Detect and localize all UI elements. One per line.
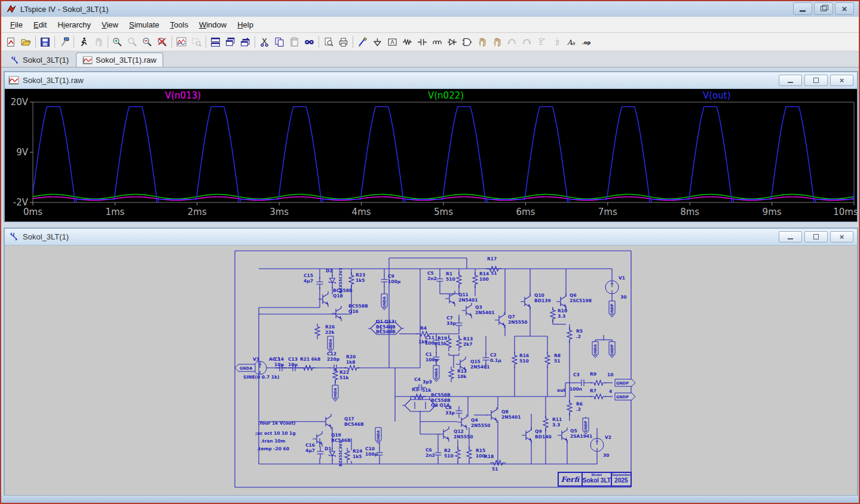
place-ground-icon xyxy=(372,37,382,47)
svg-text:33p: 33p xyxy=(445,410,455,416)
wave-maximize-button[interactable] xyxy=(804,75,828,86)
svg-text:1k5: 1k5 xyxy=(356,278,365,283)
save-button[interactable] xyxy=(38,35,53,49)
find-button[interactable] xyxy=(302,35,317,49)
run-simulation-button[interactable] xyxy=(76,35,91,49)
svg-text:2SA1941: 2SA1941 xyxy=(570,434,592,439)
svg-text:BZX55C3V3: BZX55C3V3 xyxy=(338,441,343,466)
svg-text:4µ7: 4µ7 xyxy=(304,278,313,284)
close-button[interactable]: × xyxy=(835,2,854,15)
svg-text:GNDA: GNDA xyxy=(593,344,597,356)
place-capacitor-button[interactable] xyxy=(415,35,430,49)
menu-tools[interactable]: Tools xyxy=(165,18,194,32)
rotate-icon: E xyxy=(537,37,547,47)
legend-V(n013)[interactable]: V(n013) xyxy=(165,90,201,101)
schematic-file-icon xyxy=(8,232,19,241)
zoom-back-icon xyxy=(127,37,137,47)
place-label-button[interactable]: A xyxy=(385,35,400,49)
drag-button[interactable] xyxy=(489,35,504,49)
main-title-bar[interactable]: LTspice IV - Sokol_3LT(1) × xyxy=(1,1,859,17)
svg-text:C3: C3 xyxy=(573,372,580,377)
maximize-icon xyxy=(813,78,819,83)
control-panel-button[interactable] xyxy=(57,35,72,49)
schem-close-button[interactable]: × xyxy=(830,231,853,242)
schematic-window-title-bar[interactable]: Sokol_3LT(1) × xyxy=(5,229,857,245)
arrange-windows-button[interactable] xyxy=(238,35,253,49)
menu-window[interactable]: Window xyxy=(194,18,232,32)
legend-V(out)[interactable]: V(out) xyxy=(703,90,731,101)
waveform-plot[interactable]: 20V9V-2V0ms1ms2ms3ms4ms5ms6ms7ms8ms9ms10… xyxy=(5,89,857,222)
copy-button[interactable] xyxy=(272,35,287,49)
open-file-icon xyxy=(21,37,31,47)
draw-wire-button[interactable] xyxy=(355,35,370,49)
print-preview-button[interactable] xyxy=(321,35,336,49)
zoom-full-extents-button[interactable] xyxy=(155,35,170,49)
minimize-icon xyxy=(788,82,793,83)
move-button[interactable] xyxy=(475,35,489,49)
svg-text:22k: 22k xyxy=(325,330,335,335)
menu-simulate[interactable]: Simulate xyxy=(124,18,165,32)
svg-text:2N5401: 2N5401 xyxy=(470,364,489,370)
tab-sokol-3lt-1-[interactable]: Sokol_3LT(1) xyxy=(4,53,75,67)
close-icon: × xyxy=(840,76,844,84)
schematic-canvas[interactable]: C154µ7D2BZX55C3V3R231k5C9100µGNDABC558BQ… xyxy=(5,245,857,495)
cascade-windows-button[interactable] xyxy=(223,35,238,49)
restore-button[interactable] xyxy=(814,2,833,15)
place-component-button[interactable] xyxy=(460,35,475,49)
autorange-plot-button[interactable] xyxy=(174,35,189,49)
wave-close-button[interactable]: × xyxy=(830,75,853,86)
waveform-window-title-bar[interactable]: Sokol_3LT(1).raw × xyxy=(5,72,857,89)
place-ground-button[interactable] xyxy=(370,35,385,49)
toolbar-separator xyxy=(353,36,353,48)
draw-wire-icon xyxy=(357,37,368,47)
menu-hierarchy[interactable]: Hierarchy xyxy=(52,18,96,32)
place-resistor-button[interactable] xyxy=(400,35,415,49)
menu-file[interactable]: File xyxy=(5,18,28,32)
svg-text:R17: R17 xyxy=(487,256,497,262)
svg-text:2k7: 2k7 xyxy=(463,342,472,347)
tab-label: Sokol_3LT(1) xyxy=(23,56,69,64)
spice-directive-button[interactable]: .op xyxy=(579,35,594,49)
wave-minimize-button[interactable] xyxy=(779,75,802,86)
place-text-button[interactable]: Aa xyxy=(564,35,579,49)
new-schematic-button[interactable] xyxy=(4,35,19,49)
svg-text:.2: .2 xyxy=(576,334,581,339)
menu-view[interactable]: View xyxy=(96,18,124,32)
toolbar-separator xyxy=(255,36,255,48)
open-file-button[interactable] xyxy=(19,35,33,49)
schem-minimize-button[interactable] xyxy=(779,231,802,242)
bottom-window-frame xyxy=(1,496,859,503)
minimize-button[interactable] xyxy=(793,2,812,15)
place-inductor-button[interactable] xyxy=(430,35,445,49)
svg-text:33p: 33p xyxy=(446,321,456,326)
svg-text:30: 30 xyxy=(603,453,609,458)
place-diode-button[interactable] xyxy=(445,35,460,49)
tab-sokol-3lt-1-raw[interactable]: Sokol_3LT(1).raw xyxy=(76,53,163,67)
close-icon: × xyxy=(842,4,847,13)
menu-help[interactable]: Help xyxy=(232,18,259,32)
svg-text:Q18: Q18 xyxy=(333,293,343,299)
waveform-plot-area[interactable]: 20V9V-2V0ms1ms2ms3ms4ms5ms6ms7ms8ms9ms10… xyxy=(5,89,857,222)
zoom-in-button[interactable] xyxy=(110,35,125,49)
print-icon xyxy=(338,37,348,47)
svg-text:BD139: BD139 xyxy=(534,298,551,303)
svg-text:BD140: BD140 xyxy=(535,434,552,440)
svg-text:.2: .2 xyxy=(576,407,581,412)
place-diode-icon xyxy=(447,37,457,47)
waveform-tab-icon xyxy=(82,56,93,64)
zoom-out-icon xyxy=(142,37,152,47)
svg-text:BC546B: BC546B xyxy=(376,329,396,334)
zoom-out-button[interactable] xyxy=(140,35,155,49)
menu-edit[interactable]: Edit xyxy=(28,18,52,32)
schem-maximize-button[interactable] xyxy=(804,231,828,242)
tab-bar: Sokol_3LT(1)Sokol_3LT(1).raw xyxy=(1,51,859,67)
cut-button[interactable] xyxy=(257,35,272,49)
svg-text:R21 6k8: R21 6k8 xyxy=(300,357,320,362)
legend-V(n022)[interactable]: V(n022) xyxy=(428,90,464,101)
print-button[interactable] xyxy=(336,35,351,49)
svg-text:2N5401: 2N5401 xyxy=(475,310,494,315)
svg-text:GNDA: GNDA xyxy=(240,366,252,371)
svg-text:1k5: 1k5 xyxy=(353,454,362,459)
tile-windows-button[interactable] xyxy=(208,35,223,49)
svg-text:4ms: 4ms xyxy=(352,207,371,217)
